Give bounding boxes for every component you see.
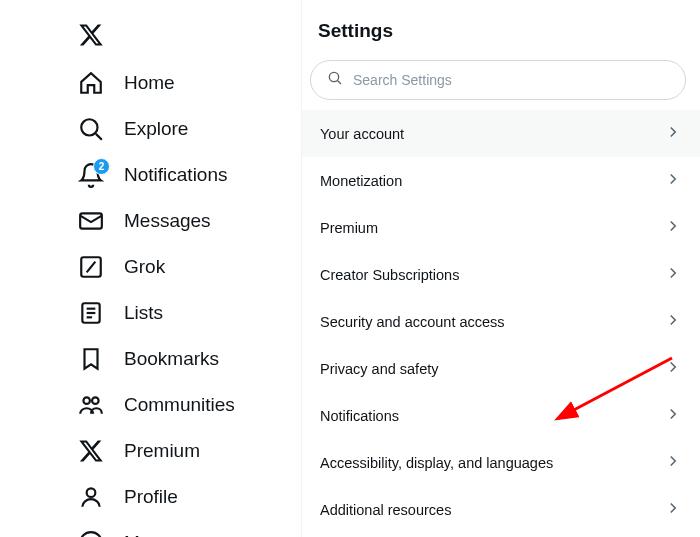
settings-item-privacy-safety[interactable]: Privacy and safety <box>302 345 700 392</box>
svg-point-9 <box>83 397 90 404</box>
svg-line-17 <box>338 81 341 84</box>
settings-item-label: Notifications <box>320 408 399 424</box>
sidebar-item-label: Communities <box>124 394 235 416</box>
notification-badge: 2 <box>93 158 110 175</box>
svg-point-16 <box>329 72 338 81</box>
profile-icon <box>78 484 104 510</box>
settings-item-label: Premium <box>320 220 378 236</box>
sidebar-item-label: Profile <box>124 486 178 508</box>
settings-item-creator-subscriptions[interactable]: Creator Subscriptions <box>302 251 700 298</box>
sidebar-item-label: Lists <box>124 302 163 324</box>
search-icon <box>327 70 343 90</box>
logo-row[interactable] <box>72 14 301 60</box>
svg-point-12 <box>80 532 102 537</box>
sidebar-item-label: Bookmarks <box>124 348 219 370</box>
page-title: Settings <box>302 20 700 60</box>
sidebar-item-label: Messages <box>124 210 211 232</box>
search-icon <box>78 116 104 142</box>
bookmark-icon <box>78 346 104 372</box>
chevron-right-icon <box>664 452 682 473</box>
svg-line-1 <box>96 134 102 140</box>
chevron-right-icon <box>664 499 682 520</box>
sidebar-item-label: Home <box>124 72 175 94</box>
sidebar-item-grok[interactable]: Grok <box>72 244 301 290</box>
mail-icon <box>78 208 104 234</box>
chevron-right-icon <box>664 264 682 285</box>
sidebar-item-profile[interactable]: Profile <box>72 474 301 520</box>
chevron-right-icon <box>664 170 682 191</box>
settings-item-label: Additional resources <box>320 502 451 518</box>
settings-item-label: Creator Subscriptions <box>320 267 459 283</box>
sidebar-item-label: More <box>124 532 167 537</box>
sidebar-item-messages[interactable]: Messages <box>72 198 301 244</box>
sidebar-item-label: Explore <box>124 118 188 140</box>
communities-icon <box>78 392 104 418</box>
svg-point-0 <box>81 119 97 135</box>
search-settings[interactable] <box>310 60 686 100</box>
settings-item-security-access[interactable]: Security and account access <box>302 298 700 345</box>
settings-item-accessibility-display-languages[interactable]: Accessibility, display, and languages <box>302 439 700 486</box>
svg-point-11 <box>87 488 96 497</box>
home-icon <box>78 70 104 96</box>
sidebar: Home Explore 2 Notifications Messages <box>0 0 302 537</box>
sidebar-item-lists[interactable]: Lists <box>72 290 301 336</box>
chevron-right-icon <box>664 405 682 426</box>
sidebar-item-label: Premium <box>124 440 200 462</box>
sidebar-item-label: Grok <box>124 256 165 278</box>
chevron-right-icon <box>664 358 682 379</box>
settings-item-label: Accessibility, display, and languages <box>320 455 553 471</box>
svg-point-10 <box>92 397 99 404</box>
main-panel: Settings Your account Monetization Premi… <box>302 0 700 537</box>
sidebar-item-label: Notifications <box>124 164 228 186</box>
sidebar-item-bookmarks[interactable]: Bookmarks <box>72 336 301 382</box>
sidebar-item-notifications[interactable]: 2 Notifications <box>72 152 301 198</box>
settings-item-additional-resources[interactable]: Additional resources <box>302 486 700 533</box>
settings-item-your-account[interactable]: Your account <box>302 110 700 157</box>
list-icon <box>78 300 104 326</box>
sidebar-item-home[interactable]: Home <box>72 60 301 106</box>
sidebar-item-explore[interactable]: Explore <box>72 106 301 152</box>
more-circle-icon <box>78 530 104 537</box>
settings-item-label: Your account <box>320 126 404 142</box>
settings-item-label: Privacy and safety <box>320 361 438 377</box>
bell-icon: 2 <box>78 162 104 188</box>
sidebar-item-communities[interactable]: Communities <box>72 382 301 428</box>
x-logo-icon <box>78 438 104 464</box>
svg-line-4 <box>87 262 96 273</box>
chevron-right-icon <box>664 217 682 238</box>
sidebar-item-premium[interactable]: Premium <box>72 428 301 474</box>
settings-item-premium[interactable]: Premium <box>302 204 700 251</box>
settings-item-label: Monetization <box>320 173 402 189</box>
settings-item-notifications[interactable]: Notifications <box>302 392 700 439</box>
chevron-right-icon <box>664 123 682 144</box>
search-input[interactable] <box>353 72 669 88</box>
settings-item-label: Security and account access <box>320 314 505 330</box>
chevron-right-icon <box>664 311 682 332</box>
x-logo-icon <box>78 22 104 48</box>
sidebar-item-more[interactable]: More <box>72 520 301 537</box>
settings-item-monetization[interactable]: Monetization <box>302 157 700 204</box>
slash-square-icon <box>78 254 104 280</box>
